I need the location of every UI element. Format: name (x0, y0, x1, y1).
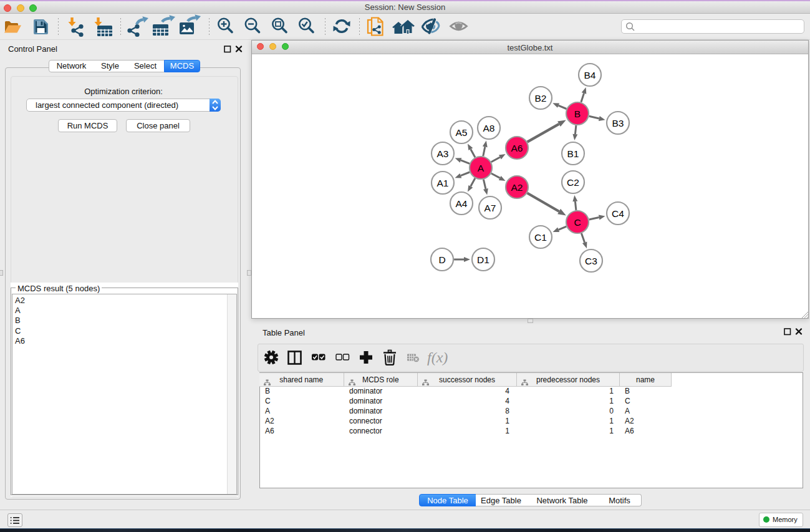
svg-text:A6: A6 (511, 143, 523, 153)
svg-text:D1: D1 (477, 254, 489, 265)
svg-text:B2: B2 (535, 93, 547, 104)
svg-text:C3: C3 (585, 256, 597, 266)
svg-text:A7: A7 (485, 203, 496, 213)
svg-text:C4: C4 (612, 208, 624, 219)
svg-text:f(x): f(x) (427, 349, 448, 365)
svg-text:A2: A2 (511, 182, 523, 193)
svg-text:A4: A4 (456, 198, 468, 209)
svg-text:B3: B3 (612, 118, 624, 128)
svg-text:C1: C1 (534, 232, 547, 243)
svg-text:A5: A5 (456, 127, 468, 138)
svg-text:B1: B1 (567, 148, 579, 159)
svg-text:A3: A3 (437, 148, 449, 159)
svg-text:B: B (574, 109, 581, 119)
svg-text:B4: B4 (584, 70, 596, 80)
svg-text:C2: C2 (567, 177, 579, 188)
svg-text:A1: A1 (437, 178, 449, 188)
svg-text:C: C (574, 217, 581, 228)
svg-text:D: D (438, 254, 445, 265)
svg-text:A8: A8 (483, 123, 495, 133)
svg-text:A: A (478, 163, 485, 173)
